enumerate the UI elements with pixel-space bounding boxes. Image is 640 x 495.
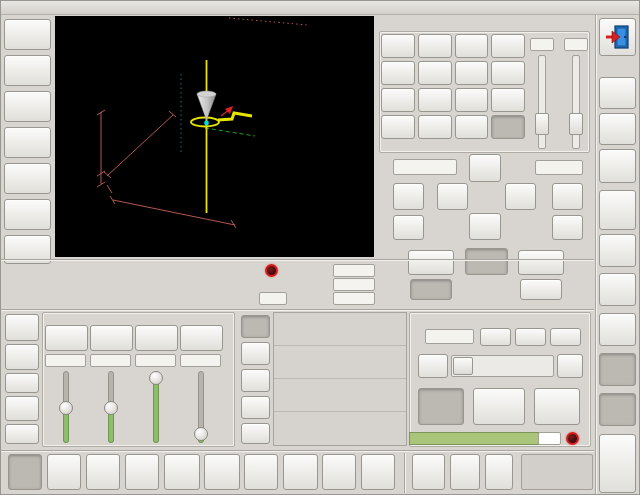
jog-increment-0750[interactable] bbox=[418, 34, 452, 58]
power-button[interactable] bbox=[599, 393, 636, 426]
rapid-override-knob[interactable] bbox=[149, 371, 163, 385]
flood-button[interactable] bbox=[412, 454, 445, 490]
tab-edit-gcode[interactable] bbox=[283, 454, 318, 490]
jog-increment-0500[interactable] bbox=[455, 34, 489, 58]
rpm-dec-button[interactable] bbox=[418, 354, 448, 378]
jog-increment-0250[interactable] bbox=[491, 34, 525, 58]
mdi-button[interactable] bbox=[599, 313, 636, 346]
jog-increment-00007[interactable] bbox=[418, 115, 452, 139]
spindle-rpm-setpoint[interactable] bbox=[538, 432, 561, 445]
angular-jog-override-slider[interactable] bbox=[194, 371, 208, 443]
spindle-100-button[interactable] bbox=[550, 328, 581, 346]
manual-button[interactable] bbox=[599, 353, 636, 386]
view-y2-button[interactable] bbox=[4, 55, 51, 86]
jog-increment-0025[interactable] bbox=[491, 61, 525, 85]
view-z2-button[interactable] bbox=[4, 19, 51, 50]
slow-speed-button[interactable] bbox=[410, 279, 452, 300]
fast-slider[interactable] bbox=[569, 55, 583, 149]
jog-increment-00005[interactable] bbox=[455, 115, 489, 139]
view-y-button[interactable] bbox=[4, 163, 51, 194]
help-button[interactable] bbox=[599, 77, 636, 109]
spare1-button[interactable] bbox=[599, 190, 636, 230]
angular-mode-button[interactable] bbox=[518, 250, 564, 275]
feed-override-label[interactable] bbox=[90, 325, 133, 351]
fast-slider-handle[interactable] bbox=[569, 113, 583, 135]
exit-button[interactable] bbox=[599, 18, 636, 56]
tab-home[interactable] bbox=[47, 454, 81, 490]
slow-slider[interactable] bbox=[535, 55, 549, 149]
auto-button[interactable] bbox=[599, 273, 636, 306]
spindle-override-label[interactable] bbox=[45, 325, 88, 351]
view-z-button[interactable] bbox=[4, 199, 51, 230]
spindle-rpm-slider-handle[interactable] bbox=[453, 357, 473, 375]
rapid-override-slider[interactable] bbox=[149, 371, 163, 443]
feed-override-slider[interactable] bbox=[104, 371, 118, 443]
tab-origin-offsets[interactable] bbox=[204, 454, 240, 490]
spare2-button[interactable] bbox=[599, 234, 636, 267]
mist-button[interactable] bbox=[450, 454, 480, 490]
overrides-button[interactable] bbox=[5, 396, 39, 421]
jog-increment-cont[interactable] bbox=[381, 34, 415, 58]
jog-a-plus-button[interactable] bbox=[552, 183, 583, 210]
stop-button[interactable] bbox=[473, 388, 525, 425]
tab-tool-offsets[interactable] bbox=[164, 454, 200, 490]
abs-button[interactable] bbox=[241, 315, 270, 338]
view-p-button[interactable] bbox=[4, 91, 51, 122]
spare-button[interactable] bbox=[241, 423, 270, 444]
jog-increment-0075[interactable] bbox=[418, 61, 452, 85]
dtg-button[interactable] bbox=[241, 342, 270, 365]
jog-increment-00075[interactable] bbox=[418, 88, 452, 112]
jog-increment-0010[interactable] bbox=[381, 88, 415, 112]
spindle-rpm-slider[interactable] bbox=[451, 355, 554, 377]
gremlin-3d-view[interactable] bbox=[55, 16, 374, 257]
close-button[interactable] bbox=[619, 1, 633, 14]
rel-button[interactable] bbox=[241, 369, 270, 392]
jog-a-minus-button[interactable] bbox=[552, 215, 583, 240]
jog-z-minus-button[interactable] bbox=[393, 215, 424, 240]
quick-zero-button[interactable] bbox=[5, 344, 39, 370]
fullscreen-button[interactable] bbox=[599, 113, 636, 145]
inch-button[interactable] bbox=[241, 396, 270, 419]
linear-mode-button[interactable] bbox=[465, 248, 508, 275]
rpm-inc-button[interactable] bbox=[557, 354, 583, 378]
view-x-button[interactable] bbox=[4, 127, 51, 158]
axis-select-button[interactable] bbox=[5, 314, 39, 341]
jog-increment-0100[interactable] bbox=[381, 61, 415, 85]
aux-button[interactable] bbox=[485, 454, 513, 490]
angular-jog-override-knob[interactable] bbox=[194, 427, 208, 441]
jog-increment-00025[interactable] bbox=[491, 88, 525, 112]
jog-increment-0001[interactable] bbox=[381, 115, 415, 139]
tab-graph[interactable] bbox=[8, 454, 42, 490]
tab-probe[interactable] bbox=[125, 454, 159, 490]
jog-x-plus-button[interactable] bbox=[505, 183, 536, 210]
tab-file[interactable] bbox=[361, 454, 395, 490]
tab-cam-view[interactable] bbox=[322, 454, 356, 490]
jog-increment-0050[interactable] bbox=[455, 61, 489, 85]
window-titlebar[interactable] bbox=[1, 1, 639, 15]
jog-z-plus-button[interactable] bbox=[393, 183, 424, 210]
reverse-button[interactable] bbox=[418, 388, 464, 425]
slow-slider-handle[interactable] bbox=[535, 113, 549, 135]
jog-increment-0005[interactable] bbox=[455, 88, 489, 112]
minimize-button[interactable] bbox=[601, 1, 615, 14]
estop-button[interactable] bbox=[599, 434, 636, 493]
position-mode-button[interactable] bbox=[408, 250, 454, 275]
macro-button[interactable] bbox=[5, 373, 39, 393]
feed-override-knob[interactable] bbox=[104, 401, 118, 415]
spindle-25-button[interactable] bbox=[480, 328, 511, 346]
fast-speed-button[interactable] bbox=[520, 279, 562, 300]
rapid-override-label[interactable] bbox=[135, 325, 178, 351]
tab-macro[interactable] bbox=[244, 454, 278, 490]
dro-button[interactable] bbox=[5, 424, 39, 444]
jog-x-minus-button[interactable] bbox=[437, 183, 468, 210]
jog-increment-00002[interactable] bbox=[491, 115, 525, 139]
jog-y-plus-button[interactable] bbox=[469, 154, 501, 182]
jog-y-minus-button[interactable] bbox=[469, 213, 501, 240]
keyboard-button[interactable] bbox=[599, 149, 636, 183]
spindle-50-button[interactable] bbox=[515, 328, 546, 346]
tab-tool[interactable] bbox=[86, 454, 120, 490]
spindle-override-knob[interactable] bbox=[59, 401, 73, 415]
forward-button[interactable] bbox=[534, 388, 580, 425]
spindle-override-slider[interactable] bbox=[59, 371, 73, 443]
angular-jog-override-label[interactable] bbox=[180, 325, 223, 351]
